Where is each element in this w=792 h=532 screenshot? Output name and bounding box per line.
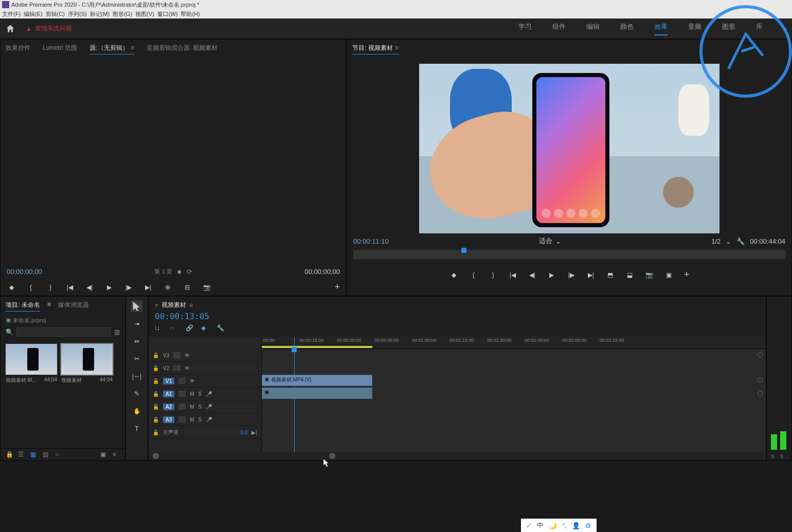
video-clip[interactable]: ▣ 视频素材.MP4 [V] bbox=[262, 375, 372, 386]
solo-indicator[interactable]: S bbox=[780, 454, 783, 459]
track-header-master[interactable]: 🔓主声道0.0▶| bbox=[149, 426, 261, 439]
chevron-down-icon[interactable]: ⌄ bbox=[726, 237, 731, 245]
settings-icon[interactable]: ≡ bbox=[113, 451, 120, 458]
tab-effect-controls[interactable]: 效果控件 bbox=[6, 44, 30, 54]
menu-view[interactable]: 视图(V) bbox=[135, 10, 154, 18]
track-header-a2[interactable]: 🔓A2MS🎤 bbox=[149, 400, 261, 413]
filter-bin-icon[interactable]: ▥ bbox=[114, 328, 120, 336]
tab-lumetri-scopes[interactable]: Lumetri 范围 bbox=[43, 44, 77, 54]
menu-markers[interactable]: 标记(M) bbox=[90, 10, 110, 18]
timeline-ruler[interactable]: :00:00 00:00:15:00 00:00:30:00 00:00:45:… bbox=[262, 337, 766, 349]
lock-icon[interactable]: 🔓 bbox=[153, 353, 159, 358]
zoom-handle-right[interactable] bbox=[329, 453, 335, 459]
snap-icon[interactable]: ⊔ bbox=[155, 324, 163, 333]
voiceover-icon[interactable]: 🎤 bbox=[206, 417, 212, 423]
button-editor-icon[interactable]: + bbox=[334, 282, 340, 292]
ws-libraries[interactable]: 库 bbox=[756, 22, 763, 35]
playhead-icon[interactable] bbox=[461, 248, 466, 253]
menu-sequence[interactable]: 序列(S) bbox=[68, 10, 87, 18]
ws-graphics[interactable]: 图形 bbox=[722, 22, 735, 35]
play-icon[interactable]: ▶ bbox=[104, 283, 114, 292]
timeline-sequence-name[interactable]: 视频素材 bbox=[161, 301, 186, 309]
insert-icon[interactable]: ⊕ bbox=[163, 283, 172, 292]
add-marker-icon[interactable]: ◆ bbox=[449, 270, 459, 280]
go-to-in-icon[interactable]: |◀ bbox=[508, 270, 517, 280]
eye-icon[interactable]: 👁 bbox=[190, 378, 195, 384]
track-header-a1[interactable]: 🔓A1MS🎤 bbox=[149, 388, 261, 400]
solo-indicator[interactable]: S bbox=[771, 454, 774, 459]
mute-button[interactable]: M bbox=[190, 391, 194, 397]
go-to-in-icon[interactable]: |◀ bbox=[65, 283, 75, 292]
step-back-icon[interactable]: ◀| bbox=[528, 270, 537, 280]
track-output-toggle[interactable] bbox=[758, 352, 763, 357]
go-to-out-icon[interactable]: ▶| bbox=[586, 270, 596, 280]
ime-check-icon[interactable]: ✓ bbox=[526, 522, 532, 529]
bin-item-clip[interactable]: 视频素材.M...44:04 bbox=[6, 344, 57, 443]
ws-assembly[interactable]: 组件 bbox=[552, 22, 566, 35]
source-stop-icon[interactable]: ■ bbox=[177, 268, 182, 276]
bin-item-sequence[interactable]: 视频素材44:04 bbox=[61, 344, 113, 443]
solo-button[interactable]: S bbox=[199, 391, 202, 397]
list-view-icon[interactable]: ☰ bbox=[18, 451, 25, 458]
lock-icon[interactable]: 🔓 bbox=[153, 391, 159, 397]
freeform-view-icon[interactable]: ▤ bbox=[43, 451, 50, 458]
eye-icon[interactable]: 👁 bbox=[185, 353, 190, 358]
track-header-a3[interactable]: 🔓A3MS🎤 bbox=[149, 413, 261, 426]
workspace-overflow-icon[interactable]: » bbox=[783, 25, 787, 32]
ime-language-text[interactable]: 中 bbox=[537, 521, 544, 530]
program-scrubber[interactable] bbox=[353, 250, 785, 259]
track-header-v1[interactable]: 🔓V1👁 bbox=[149, 375, 261, 388]
overwrite-icon[interactable]: ⊟ bbox=[183, 283, 192, 292]
ime-moon-icon[interactable]: 🌙 bbox=[549, 522, 557, 529]
menu-file[interactable]: 文件(F) bbox=[2, 10, 21, 18]
close-seq-icon[interactable]: × bbox=[155, 302, 158, 309]
ws-effects[interactable]: 效果 bbox=[654, 22, 668, 35]
pen-tool-icon[interactable]: ✎ bbox=[131, 388, 142, 399]
play-icon[interactable]: ▶ bbox=[547, 270, 556, 280]
source-loop-icon[interactable]: ⟳ bbox=[187, 268, 192, 276]
ws-editing[interactable]: 编辑 bbox=[586, 22, 600, 35]
toggle-output-icon[interactable] bbox=[173, 352, 181, 358]
eye-icon[interactable]: 👁 bbox=[185, 365, 190, 371]
lock-icon[interactable]: 🔓 bbox=[153, 417, 159, 423]
lock-icon[interactable]: 🔓 bbox=[153, 365, 159, 371]
ws-color[interactable]: 颜色 bbox=[620, 22, 634, 35]
step-forward-icon[interactable]: |▶ bbox=[124, 283, 133, 292]
lift-icon[interactable]: ⬒ bbox=[606, 270, 615, 280]
chevron-down-icon[interactable]: ⌄ bbox=[555, 237, 561, 245]
menu-clip[interactable]: 剪辑(C) bbox=[46, 10, 65, 18]
lock-icon[interactable]: 🔒 bbox=[6, 451, 13, 458]
toggle-output-icon[interactable] bbox=[178, 378, 186, 384]
menu-edit[interactable]: 编辑(E) bbox=[24, 10, 43, 18]
ime-contact-icon[interactable]: 👤 bbox=[572, 522, 580, 529]
playhead-handle-icon[interactable] bbox=[292, 347, 297, 352]
program-timecode-current[interactable]: 00:00:11:10 bbox=[353, 237, 389, 245]
mark-in-icon[interactable]: { bbox=[469, 270, 478, 280]
wrench-settings-icon[interactable]: 🔧 bbox=[736, 237, 745, 245]
linked-selection-icon[interactable]: 🔗 bbox=[186, 324, 194, 333]
mute-button[interactable]: M bbox=[190, 417, 194, 423]
tab-source[interactable]: 源:（无剪辑）≡ bbox=[89, 44, 134, 54]
ime-toolbar[interactable]: ✓ 中 🌙 °, 👤 ⚙ bbox=[521, 519, 597, 532]
menu-graphics[interactable]: 图形(G) bbox=[113, 10, 132, 18]
project-search-input[interactable] bbox=[16, 327, 111, 337]
lock-icon[interactable]: 🔓 bbox=[153, 430, 159, 435]
type-tool-icon[interactable]: T bbox=[131, 423, 142, 434]
extract-icon[interactable]: ⬓ bbox=[625, 270, 635, 280]
zoom-slider-icon[interactable]: ○ bbox=[55, 451, 62, 458]
zoom-handle-left[interactable] bbox=[153, 453, 159, 459]
program-monitor[interactable] bbox=[419, 64, 719, 233]
ws-learn[interactable]: 学习 bbox=[518, 22, 532, 35]
toggle-output-icon[interactable] bbox=[173, 365, 181, 371]
ime-settings-icon[interactable]: ⚙ bbox=[585, 522, 591, 529]
mark-in-icon[interactable]: { bbox=[26, 283, 35, 292]
solo-button[interactable]: S bbox=[199, 404, 202, 410]
go-to-out-icon[interactable]: ▶| bbox=[143, 283, 153, 292]
home-icon[interactable] bbox=[5, 24, 15, 34]
wrench-icon[interactable]: 🔧 bbox=[217, 324, 225, 333]
voiceover-icon[interactable]: 🎤 bbox=[206, 391, 212, 397]
mute-button[interactable]: M bbox=[190, 404, 194, 410]
track-header-v3[interactable]: 🔓V3👁 bbox=[149, 349, 261, 362]
mark-out-icon[interactable]: } bbox=[489, 270, 498, 280]
play-btn-icon[interactable]: ▶| bbox=[251, 430, 257, 435]
